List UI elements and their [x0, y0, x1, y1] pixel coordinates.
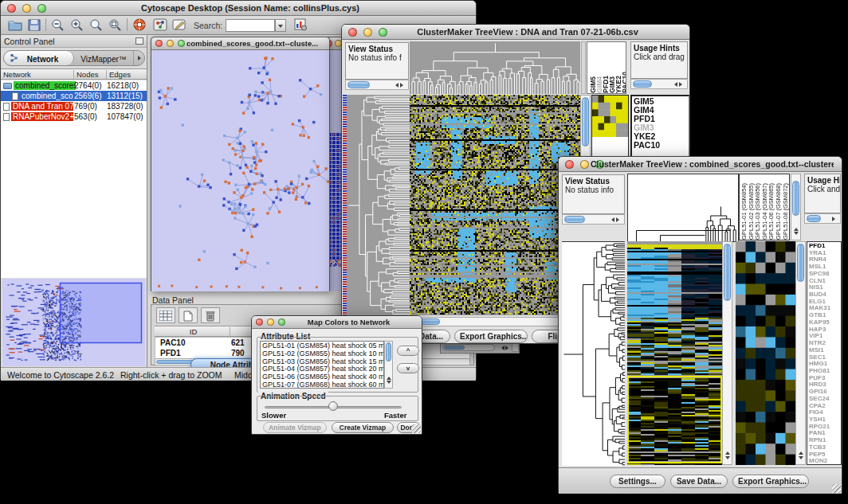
network-overview-icon[interactable]: [152, 18, 168, 33]
scroll-left-icon[interactable]: [672, 82, 677, 87]
column-label[interactable]: GPL51-02 (GSM855): [748, 183, 755, 240]
scrollbar-thumb[interactable]: [386, 342, 391, 361]
scroll-left-icon[interactable]: [499, 346, 504, 350]
scrollbar-thumb[interactable]: [564, 216, 585, 223]
close-button[interactable]: [7, 4, 16, 13]
network-table-row[interactable]: DNA and Tran 07 769(0) 183728(0): [1, 101, 147, 111]
tv2-hints-scrollbar[interactable]: [804, 213, 841, 224]
tv2-status-scrollbar[interactable]: [562, 214, 625, 225]
scrollbar-thumb[interactable]: [724, 244, 731, 301]
scroll-up-icon[interactable]: [799, 449, 803, 455]
close-button[interactable]: [565, 160, 574, 169]
column-label[interactable]: GIM4: [595, 76, 602, 93]
tv2-heatmap[interactable]: [627, 241, 722, 465]
scroll-right-icon[interactable]: [400, 83, 406, 88]
tab-network[interactable]: Network: [4, 51, 74, 65]
scroll-right-icon[interactable]: [832, 217, 838, 221]
search-dropdown-button[interactable]: [275, 19, 286, 32]
move-down-button[interactable]: v: [397, 363, 419, 373]
tv1-heatmap[interactable]: [410, 95, 580, 315]
network-table-row[interactable]: combined_sco 2569(6) 13112(15): [1, 91, 147, 101]
animate-vizmap-button[interactable]: Animate Vizmap: [263, 422, 327, 433]
resize-grip[interactable]: [832, 484, 841, 493]
scroll-down-icon[interactable]: [794, 232, 799, 237]
tv2-v-scrollbar[interactable]: [722, 241, 732, 465]
tv2-subheatmap[interactable]: [736, 241, 795, 465]
scroll-down-icon[interactable]: [725, 456, 730, 462]
scroll-down-icon[interactable]: [799, 456, 803, 462]
tv2-export-graphics-button[interactable]: Export Graphics...: [732, 475, 809, 488]
column-label[interactable]: PFD1: [602, 76, 608, 93]
zoom-fit-icon[interactable]: [108, 18, 124, 33]
tv1-export-graphics-button[interactable]: Export Graphics...: [454, 330, 528, 343]
minimize-button[interactable]: [167, 40, 174, 47]
minimize-button[interactable]: [363, 28, 372, 37]
minimize-button[interactable]: [267, 318, 274, 326]
scroll-left-icon[interactable]: [393, 83, 398, 88]
scroll-down-icon[interactable]: [387, 381, 391, 386]
dialog-titlebar[interactable]: Map Colors to Network: [252, 316, 422, 329]
scroll-left-icon[interactable]: [609, 217, 614, 222]
birdseye-overview[interactable]: [2, 279, 145, 366]
save-session-icon[interactable]: [26, 18, 42, 33]
delete-attribute-trash-icon[interactable]: [201, 307, 220, 323]
network-canvas[interactable]: [151, 50, 329, 291]
float-panel-icon[interactable]: [135, 37, 143, 45]
tv1-row-dendrogram[interactable]: [347, 95, 410, 315]
column-label[interactable]: PAC10: [621, 72, 626, 93]
vizmap-settings-icon[interactable]: [292, 18, 308, 33]
attribute-list-item[interactable]: GPL51-07 (GSM868) heat shock 60 min: [262, 381, 383, 389]
speed-slider-thumb[interactable]: [328, 401, 338, 411]
column-label[interactable]: GIM3: [608, 76, 614, 93]
attribute-list-scrollbar[interactable]: [384, 341, 393, 389]
create-vizmap-button[interactable]: Create Vizmap: [332, 422, 394, 433]
col-edges[interactable]: Edges: [107, 70, 147, 79]
minimize-button[interactable]: [580, 160, 589, 169]
tv1-splitter[interactable]: [581, 41, 586, 94]
column-label[interactable]: YKE2: [614, 76, 621, 93]
column-label[interactable]: GPL51-07 (GSM868): [775, 183, 782, 240]
main-titlebar[interactable]: Cytoscape Desktop (Session Name: collins…: [1, 1, 476, 16]
tab-overflow-button[interactable]: [133, 51, 145, 65]
close-button[interactable]: [348, 28, 357, 37]
tv2-column-dendrogram[interactable]: [627, 174, 739, 242]
help-lifering-icon[interactable]: [132, 18, 147, 33]
col-nodes[interactable]: Nodes: [74, 70, 107, 79]
tab-vizmapper[interactable]: VizMapper™: [75, 51, 132, 65]
gene-list-item[interactable]: MON2: [809, 458, 841, 465]
tv1-subheatmap[interactable]: [592, 96, 628, 137]
scrollbar-thumb[interactable]: [807, 215, 821, 222]
col-id[interactable]: ID: [155, 327, 230, 336]
zoom-in-icon[interactable]: [69, 18, 85, 33]
resize-grip[interactable]: [412, 424, 421, 433]
tv2-sub-scrollbar[interactable]: [795, 241, 806, 465]
network-table-row[interactable]: RNAPuberNov2+| 563(0) 107847(0): [1, 111, 147, 122]
close-button[interactable]: [256, 318, 263, 326]
annotation-icon[interactable]: [171, 18, 187, 33]
column-label[interactable]: GPL51-03 (GSM856): [754, 183, 761, 240]
scroll-up-icon[interactable]: [387, 374, 391, 380]
tv1-status-scrollbar[interactable]: [345, 80, 409, 90]
scroll-right-icon[interactable]: [505, 346, 511, 350]
tv2-settings-button[interactable]: Settings...: [610, 475, 665, 488]
scrollbar-thumb[interactable]: [582, 97, 589, 147]
open-session-icon[interactable]: [7, 18, 23, 33]
network-view-titlebar[interactable]: combined_scores_good.txt--cluste...: [151, 37, 329, 50]
scroll-up-icon[interactable]: [725, 449, 730, 455]
scrollbar-thumb[interactable]: [633, 80, 652, 88]
column-label[interactable]: GIM5: [589, 76, 595, 93]
tv1-hints-scrollbar[interactable]: [630, 79, 688, 89]
move-up-button[interactable]: ^: [397, 346, 419, 356]
treeview1-titlebar[interactable]: ClusterMaker TreeView : DNA and Tran 07-…: [342, 25, 689, 40]
network-table-row[interactable]: combined_scores 2764(0) 16218(0): [1, 80, 147, 91]
column-label[interactable]: GPL51-08 (GSM872): [782, 183, 789, 240]
scrollbar-thumb[interactable]: [444, 346, 465, 350]
close-button[interactable]: [155, 40, 163, 47]
column-label[interactable]: GPL51-06 (GSM865): [768, 183, 775, 240]
col-network[interactable]: Network: [1, 70, 74, 79]
tv2-row-dendrogram[interactable]: [562, 241, 625, 466]
tv1-h-scrollbar[interactable]: [410, 317, 580, 326]
scrollbar-thumb[interactable]: [797, 244, 804, 282]
zoom-selected-icon[interactable]: [88, 18, 104, 33]
h-scrollbar[interactable]: [442, 344, 495, 351]
